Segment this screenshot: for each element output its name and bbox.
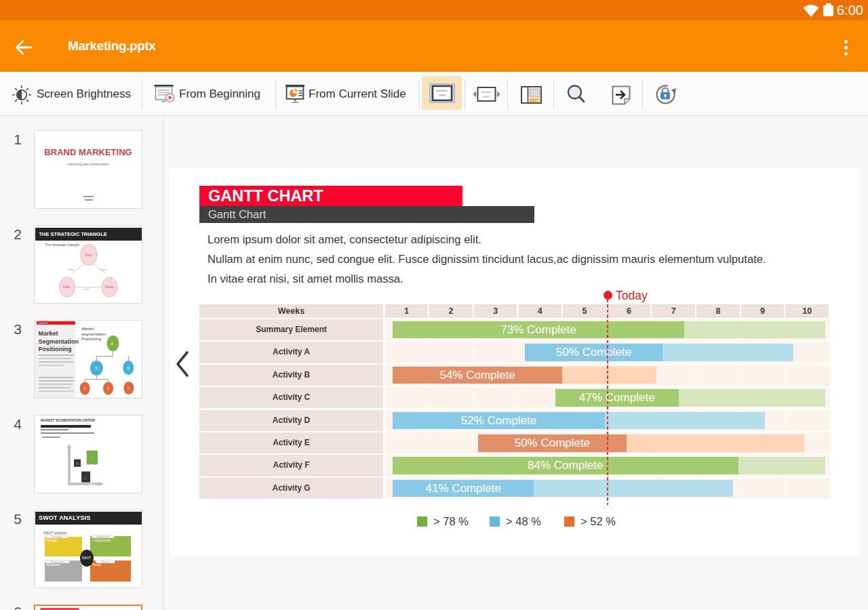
svg-text:A: A	[91, 455, 94, 460]
svg-text:Cust.: Cust.	[63, 285, 71, 289]
svg-text:B: B	[76, 462, 79, 466]
svg-text:value: value	[100, 268, 107, 271]
svg-text:Corp.: Corp.	[85, 253, 92, 257]
svg-text:Comp.: Comp.	[105, 285, 114, 289]
svg-text:value: value	[68, 268, 75, 271]
svg-text:price: price	[89, 483, 95, 486]
svg-text:cost: cost	[84, 287, 90, 291]
svg-text:C: C	[84, 476, 87, 480]
